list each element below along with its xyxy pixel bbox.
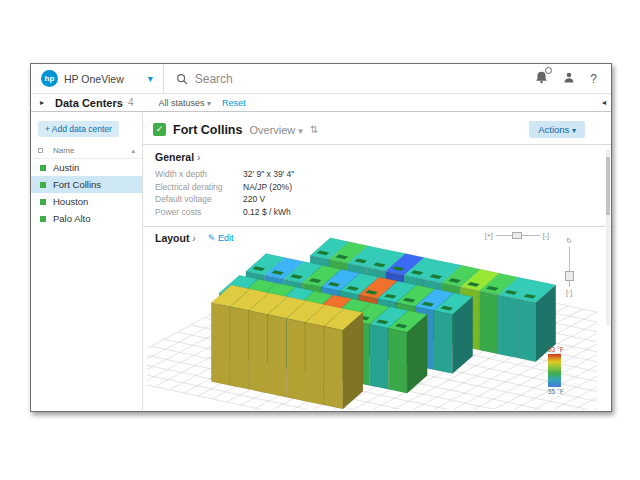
top-bar: hp HP OneView ▾ Search bbox=[31, 64, 611, 94]
chevron-down-icon: ▾ bbox=[298, 126, 303, 136]
user-menu-button[interactable] bbox=[563, 70, 575, 88]
brand-menu[interactable]: hp HP OneView bbox=[31, 70, 132, 87]
sidebar: + Add data center Name ▴ AustinFort Coll… bbox=[31, 113, 143, 411]
hp-logo-icon: hp bbox=[41, 70, 58, 87]
resource-header: ✓ Fort Collins Overview ▾ ⇅ Actions ▾ bbox=[143, 113, 611, 144]
field-value: 0.12 $ / kWh bbox=[243, 207, 599, 217]
reset-filter-link[interactable]: Reset bbox=[222, 98, 246, 108]
general-section-heading[interactable]: General › bbox=[143, 145, 611, 168]
reset-view-label[interactable]: [·] bbox=[566, 289, 572, 296]
status-ok-icon: ✓ bbox=[153, 123, 166, 136]
view-selector[interactable]: Overview ▾ bbox=[249, 124, 302, 136]
brand-name: HP OneView bbox=[64, 73, 124, 85]
page-title: Data Centers bbox=[55, 97, 123, 109]
field-value: NA/JP (20%) bbox=[243, 182, 599, 192]
status-ok-icon bbox=[40, 216, 46, 222]
general-table: Width x depth32' 9" x 39' 4"Electrical d… bbox=[143, 168, 611, 218]
field-label: Power costs bbox=[155, 207, 243, 217]
legend-max-label: 93 °F bbox=[548, 346, 578, 353]
zoom-out-label[interactable]: [-] bbox=[543, 232, 549, 239]
temperature-legend: 93 °F 55 °F bbox=[548, 346, 578, 395]
alerts-button[interactable] bbox=[535, 70, 548, 88]
zoom-slider-track[interactable] bbox=[496, 235, 540, 236]
section-arrow-icon: › bbox=[197, 151, 201, 163]
status-ok-icon bbox=[40, 182, 46, 188]
filter-bar: ▸ Data Centers 4 All statuses ▾ Reset ◂ bbox=[31, 94, 611, 112]
scrollbar-thumb[interactable] bbox=[606, 157, 610, 215]
data-center-label: Austin bbox=[53, 162, 79, 173]
name-column-header[interactable]: Name bbox=[53, 146, 74, 155]
list-header[interactable]: Name ▴ bbox=[31, 144, 142, 159]
expand-panel-icon[interactable]: ▸ bbox=[40, 98, 44, 107]
sort-ascending-icon[interactable]: ▴ bbox=[131, 147, 135, 155]
resource-title: Fort Collins bbox=[173, 123, 242, 137]
search-input[interactable]: Search bbox=[163, 64, 536, 93]
search-icon bbox=[176, 73, 188, 85]
field-label: Width x depth bbox=[155, 169, 243, 179]
data-center-label: Fort Collins bbox=[53, 179, 101, 190]
data-center-label: Houston bbox=[53, 196, 88, 207]
layout-3d-view[interactable] bbox=[147, 227, 597, 409]
rotate-slider-track[interactable] bbox=[569, 247, 570, 287]
search-placeholder: Search bbox=[195, 72, 233, 86]
status-filter-dropdown[interactable]: All statuses ▾ bbox=[158, 98, 211, 108]
vertical-scrollbar[interactable] bbox=[606, 149, 610, 325]
temperature-gradient-bar bbox=[548, 354, 561, 387]
zoom-in-label[interactable]: [+] bbox=[485, 232, 493, 239]
field-label: Electrical derating bbox=[155, 182, 243, 192]
resource-count: 4 bbox=[128, 97, 134, 108]
zoom-slider-handle[interactable] bbox=[512, 232, 522, 239]
data-center-label: Palo Alto bbox=[53, 213, 91, 224]
rotate-icon[interactable]: ↻ bbox=[566, 237, 572, 245]
chevron-down-icon[interactable]: ▾ bbox=[132, 73, 163, 84]
app-window: hp HP OneView ▾ Search bbox=[30, 63, 612, 412]
actions-button[interactable]: Actions ▾ bbox=[529, 121, 585, 138]
data-center-row[interactable]: Palo Alto bbox=[31, 210, 142, 227]
status-ok-icon bbox=[40, 165, 46, 171]
data-center-row[interactable]: Houston bbox=[31, 193, 142, 210]
rotate-slider[interactable]: ↻ [·] bbox=[563, 237, 575, 296]
field-value: 220 V bbox=[243, 194, 599, 204]
alert-badge bbox=[545, 67, 552, 74]
chevron-down-icon: ▾ bbox=[207, 99, 211, 108]
add-data-center-button[interactable]: + Add data center bbox=[38, 121, 119, 137]
help-button[interactable]: ? bbox=[590, 72, 597, 86]
field-label: Default voltage bbox=[155, 194, 243, 204]
rotate-slider-handle[interactable] bbox=[565, 271, 574, 281]
data-center-row[interactable]: Fort Collins bbox=[31, 176, 142, 193]
field-value: 32' 9" x 39' 4" bbox=[243, 169, 599, 179]
zoom-slider[interactable]: [+] [-] bbox=[485, 232, 549, 239]
swap-view-icon[interactable]: ⇅ bbox=[310, 124, 318, 135]
status-ok-icon bbox=[40, 199, 46, 205]
data-center-row[interactable]: Austin bbox=[31, 159, 142, 176]
collapse-panel-icon[interactable]: ◂ bbox=[602, 98, 606, 107]
legend-min-label: 55 °F bbox=[548, 388, 578, 395]
status-column-icon bbox=[38, 148, 43, 153]
chevron-down-icon: ▾ bbox=[572, 126, 576, 135]
main-panel: ✓ Fort Collins Overview ▾ ⇅ Actions ▾ Ge… bbox=[143, 113, 611, 411]
user-icon bbox=[563, 71, 575, 84]
data-center-list: AustinFort CollinsHoustonPalo Alto bbox=[31, 159, 142, 227]
